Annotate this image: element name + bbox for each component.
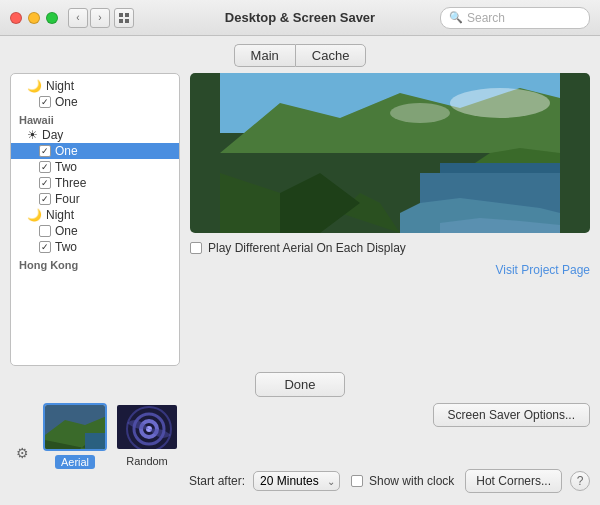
bottom-controls: Start after: 20 Minutes 1 Minute 2 Minut… (189, 465, 590, 497)
night2-icon: 🌙 (27, 208, 42, 222)
bottom-area: Done ⚙ (0, 366, 600, 505)
tab-main[interactable]: Main (234, 44, 295, 67)
item-label: Three (55, 176, 86, 190)
svg-rect-0 (119, 13, 123, 17)
night-icon: 🌙 (27, 79, 42, 93)
hot-corners-button[interactable]: Hot Corners... (465, 469, 562, 493)
main-content: Main Cache 🌙 Night One Hawaii ☀ Day O (0, 36, 600, 505)
sidebar-item-hawaii-one[interactable]: One (11, 143, 179, 159)
item-label: One (55, 144, 78, 158)
checkbox-one-top[interactable] (39, 96, 51, 108)
svg-point-14 (450, 88, 550, 118)
item-label: Two (55, 160, 77, 174)
checkbox-hawaii-four[interactable] (39, 193, 51, 205)
gear-button[interactable]: ⚙ (10, 441, 35, 465)
done-button[interactable]: Done (255, 372, 344, 397)
screensaver-left: ⚙ Aerial (10, 403, 179, 469)
tabs-row: Main Cache (0, 36, 600, 73)
done-row: Done (10, 372, 590, 397)
svg-marker-9 (280, 173, 360, 233)
thumbnail-random-image[interactable] (115, 403, 179, 451)
tab-cache[interactable]: Cache (295, 44, 367, 67)
svg-rect-2 (119, 19, 123, 23)
start-after-select-wrapper[interactable]: 20 Minutes 1 Minute 2 Minutes 5 Minutes … (253, 471, 340, 491)
sidebar-group-hawaii: Hawaii (11, 110, 179, 127)
show-clock-checkbox[interactable] (351, 475, 363, 487)
item-label: One (55, 224, 78, 238)
thumbnail-aerial: Aerial (43, 403, 107, 469)
day-label: Day (42, 128, 63, 142)
svg-rect-3 (125, 19, 129, 23)
show-clock-label: Show with clock (369, 474, 454, 488)
thumbnail-aerial-label: Aerial (55, 455, 95, 469)
sidebar: 🌙 Night One Hawaii ☀ Day One Two (10, 73, 180, 366)
back-button[interactable]: ‹ (68, 8, 88, 28)
svg-point-15 (390, 103, 450, 123)
sidebar-item-hawaii-night-two[interactable]: Two (11, 239, 179, 255)
svg-rect-19 (85, 433, 107, 451)
sidebar-item-one-top[interactable]: One (11, 94, 179, 110)
preview-image (190, 73, 590, 233)
window-title: Desktop & Screen Saver (225, 10, 375, 25)
svg-rect-1 (125, 13, 129, 17)
item-label: One (55, 95, 78, 109)
show-clock-row: Show with clock (351, 474, 454, 488)
titlebar: ‹ › Desktop & Screen Saver 🔍 Search (0, 0, 600, 36)
screensaver-right: Screen Saver Options... Start after: 20 … (189, 403, 590, 497)
sidebar-item-hawaii-night-one[interactable]: One (11, 223, 179, 239)
screensaver-row: ⚙ Aerial (10, 403, 590, 497)
sidebar-item-night2-header: 🌙 Night (11, 207, 179, 223)
thumbnail-random: Random (115, 403, 179, 469)
sidebar-item-hawaii-three[interactable]: Three (11, 175, 179, 191)
start-after-select[interactable]: 20 Minutes 1 Minute 2 Minutes 5 Minutes … (253, 471, 340, 491)
checkbox-hawaii-night-one[interactable] (39, 225, 51, 237)
night2-label: Night (46, 208, 74, 222)
item-label: Four (55, 192, 80, 206)
checkbox-hawaii-two[interactable] (39, 161, 51, 173)
item-label: Two (55, 240, 77, 254)
aerial-checkbox[interactable] (190, 242, 202, 254)
right-panel: Play Different Aerial On Each Display Vi… (190, 73, 590, 366)
maximize-button[interactable] (46, 12, 58, 24)
help-button[interactable]: ? (570, 471, 590, 491)
search-placeholder: Search (467, 11, 505, 25)
search-box[interactable]: 🔍 Search (440, 7, 590, 29)
day-icon: ☀ (27, 128, 38, 142)
nav-buttons: ‹ › (68, 8, 110, 28)
minimize-button[interactable] (28, 12, 40, 24)
split-area: 🌙 Night One Hawaii ☀ Day One Two (0, 73, 600, 366)
thumbnail-aerial-image[interactable] (43, 403, 107, 451)
grid-button[interactable] (114, 8, 134, 28)
aerial-checkbox-row: Play Different Aerial On Each Display (190, 241, 590, 255)
sidebar-item-day-header: ☀ Day (11, 127, 179, 143)
checkbox-hawaii-one[interactable] (39, 145, 51, 157)
search-icon: 🔍 (449, 11, 463, 24)
checkbox-hawaii-three[interactable] (39, 177, 51, 189)
traffic-lights (10, 12, 58, 24)
aerial-checkbox-label: Play Different Aerial On Each Display (208, 241, 406, 255)
sidebar-item-hawaii-four[interactable]: Four (11, 191, 179, 207)
visit-project-page-link[interactable]: Visit Project Page (190, 263, 590, 277)
close-button[interactable] (10, 12, 22, 24)
night-label: Night (46, 79, 74, 93)
sidebar-group-hongkong: Hong Kong (11, 255, 179, 272)
thumbnail-random-label: Random (126, 455, 168, 467)
sidebar-item-hawaii-two[interactable]: Two (11, 159, 179, 175)
start-after-label: Start after: (189, 474, 245, 488)
screen-saver-options-button[interactable]: Screen Saver Options... (433, 403, 590, 427)
forward-button[interactable]: › (90, 8, 110, 28)
sidebar-item-night-header: 🌙 Night (11, 78, 179, 94)
checkbox-hawaii-night-two[interactable] (39, 241, 51, 253)
